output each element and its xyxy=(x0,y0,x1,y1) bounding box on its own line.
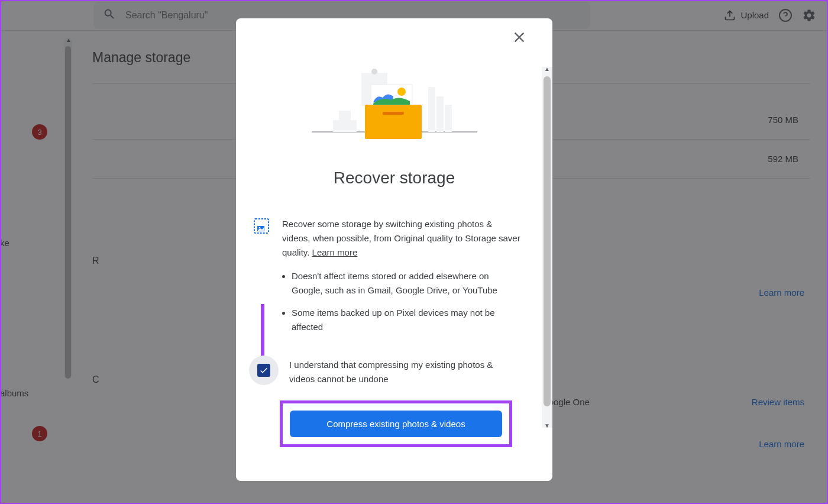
svg-point-14 xyxy=(259,227,261,229)
consent-checkbox-row: I understand that compressing my existin… xyxy=(236,356,552,386)
scroll-up-icon: ▲ xyxy=(544,66,550,72)
compress-button[interactable]: Compress existing photos & videos xyxy=(290,411,502,437)
modal-scrollbar[interactable]: ▲ ▼ xyxy=(542,67,552,428)
bullet-item: Some items backed up on Pixel devices ma… xyxy=(292,306,520,334)
svg-rect-2 xyxy=(428,87,435,132)
modal-bullet-list: Doesn't affect items stored or added els… xyxy=(236,269,552,334)
consent-checkbox[interactable] xyxy=(249,356,279,385)
bullet-item: Doesn't affect items stored or added els… xyxy=(292,269,520,298)
checkmark-icon xyxy=(259,366,269,375)
svg-point-11 xyxy=(397,88,406,96)
consent-text: I understand that compressing my existin… xyxy=(289,358,520,386)
svg-rect-5 xyxy=(333,120,357,132)
svg-rect-9 xyxy=(365,105,422,139)
close-icon xyxy=(511,29,528,46)
svg-point-8 xyxy=(371,69,377,75)
modal-description: Recover some storage by switching existi… xyxy=(282,217,520,260)
close-button[interactable] xyxy=(511,29,528,46)
compress-icon xyxy=(254,218,269,234)
svg-rect-4 xyxy=(445,105,452,132)
action-button-highlight: Compress existing photos & videos xyxy=(280,400,512,447)
svg-rect-10 xyxy=(383,112,404,115)
modal-scrollbar-thumb[interactable] xyxy=(544,76,551,406)
modal-title: Recover storage xyxy=(236,169,552,188)
storage-illustration xyxy=(236,68,552,145)
svg-rect-6 xyxy=(339,111,351,120)
recover-storage-modal: ▲ ▼ Recover storag xyxy=(236,18,552,481)
svg-rect-3 xyxy=(436,96,444,132)
scroll-down-icon: ▼ xyxy=(544,422,550,429)
learn-more-link[interactable]: Learn more xyxy=(312,247,358,257)
